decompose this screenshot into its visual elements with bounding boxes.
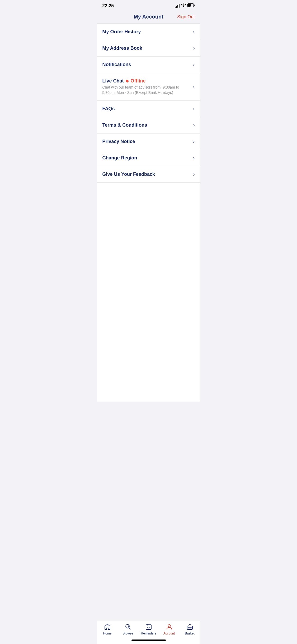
tab-reminders[interactable]: Reminders xyxy=(141,623,157,635)
tab-account[interactable]: Account xyxy=(161,623,177,635)
status-time: 22:25 xyxy=(102,3,114,8)
chevron-icon-notifications: › xyxy=(193,62,195,67)
tab-bar: Home Browse Reminders xyxy=(97,620,200,637)
wifi-icon xyxy=(181,3,186,8)
menu-item-label-change-region: Change Region xyxy=(102,155,191,161)
home-icon xyxy=(104,623,111,631)
live-chat-header: Live Chat Offline xyxy=(102,78,191,84)
account-icon xyxy=(166,623,173,631)
chevron-icon-address-book: › xyxy=(193,45,195,51)
menu-item-change-region[interactable]: Change Region › xyxy=(97,150,200,166)
page-title: My Account xyxy=(134,14,163,20)
menu-item-label-feedback: Give Us Your Feedback xyxy=(102,172,191,177)
home-indicator-bar xyxy=(131,640,166,641)
battery-icon xyxy=(187,3,195,8)
signal-icon xyxy=(175,4,180,8)
svg-rect-2 xyxy=(194,4,195,6)
svg-rect-1 xyxy=(188,4,191,7)
menu-item-label-address-book: My Address Book xyxy=(102,45,191,51)
menu-item-faqs[interactable]: FAQs › xyxy=(97,101,200,117)
menu-item-terms[interactable]: Terms & Conditions › xyxy=(97,117,200,134)
reminders-icon xyxy=(145,623,152,631)
basket-icon xyxy=(186,623,194,631)
tab-label-reminders: Reminders xyxy=(141,632,156,635)
tab-label-account: Account xyxy=(163,632,175,635)
tab-label-basket: Basket xyxy=(185,632,195,635)
menu-item-feedback[interactable]: Give Us Your Feedback › xyxy=(97,166,200,183)
chevron-icon-change-region: › xyxy=(193,155,195,161)
svg-point-5 xyxy=(168,625,170,627)
chevron-icon-live-chat: › xyxy=(193,84,195,90)
tab-home[interactable]: Home xyxy=(100,623,115,635)
chevron-icon-privacy: › xyxy=(193,139,195,144)
menu-item-address-book[interactable]: My Address Book › xyxy=(97,40,200,57)
svg-rect-6 xyxy=(187,626,192,629)
menu-item-live-chat[interactable]: Live Chat Offline Chat with our team of … xyxy=(97,73,200,101)
menu-item-order-history[interactable]: My Order History › xyxy=(97,24,200,40)
menu-item-label-privacy: Privacy Notice xyxy=(102,139,191,144)
tab-label-home: Home xyxy=(103,632,111,635)
chevron-icon-order-history: › xyxy=(193,29,195,35)
chevron-icon-faqs: › xyxy=(193,106,195,112)
menu-item-label-faqs: FAQs xyxy=(102,106,191,112)
menu-item-label-live-chat: Live Chat xyxy=(102,78,124,84)
home-indicator xyxy=(97,637,200,644)
menu-item-label-notifications: Notifications xyxy=(102,62,191,67)
live-chat-subtitle: Chat with our team of advisors from: 9:3… xyxy=(102,85,191,95)
menu-item-label-terms: Terms & Conditions xyxy=(102,122,191,128)
chevron-icon-terms: › xyxy=(193,122,195,128)
menu-item-notifications[interactable]: Notifications › xyxy=(97,57,200,73)
page-header: My Account Sign Out xyxy=(97,11,200,24)
offline-dot-icon xyxy=(126,80,129,82)
offline-text: Offline xyxy=(131,78,146,84)
menu-list: My Order History › My Address Book › Not… xyxy=(97,24,200,402)
browse-icon xyxy=(124,623,132,631)
svg-rect-4 xyxy=(146,625,151,629)
tab-browse[interactable]: Browse xyxy=(120,623,136,635)
menu-item-label-order-history: My Order History xyxy=(102,29,191,35)
tab-basket[interactable]: Basket xyxy=(182,623,198,635)
status-icons xyxy=(175,3,195,8)
sign-out-button[interactable]: Sign Out xyxy=(177,14,195,20)
menu-item-privacy[interactable]: Privacy Notice › xyxy=(97,134,200,150)
chevron-icon-feedback: › xyxy=(193,172,195,177)
status-bar: 22:25 xyxy=(97,0,200,11)
content-spacer xyxy=(97,402,200,620)
tab-label-browse: Browse xyxy=(122,632,133,635)
